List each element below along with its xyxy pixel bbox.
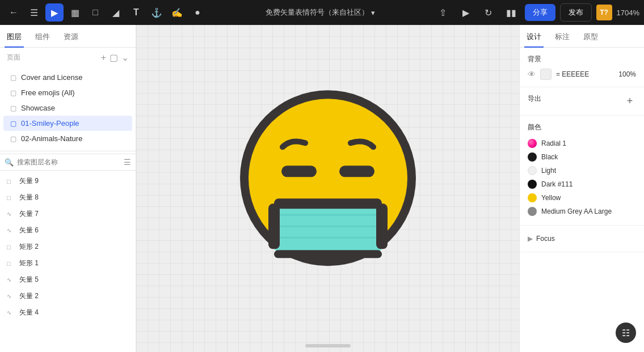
layer-item-vec9[interactable]: □ 矢量 9 — [0, 173, 136, 189]
search-bar: 🔍 ☰ — [0, 154, 136, 171]
colors-title: 颜色 — [528, 122, 636, 132]
upload-button[interactable]: ⇧ — [434, 3, 452, 22]
layer-item-vec5[interactable]: ∿ 矢量 5 — [0, 272, 136, 288]
focus-label: Focus — [536, 235, 555, 243]
zoom-level[interactable]: 1704% — [617, 9, 639, 17]
svg-rect-4 — [274, 201, 382, 255]
color-name-dark111: Dark #111 — [541, 180, 573, 188]
tab-layers[interactable]: 图层 — [5, 27, 24, 48]
toolbar: ← ☰ ▶ ▦ □ ◢ T ⚓ ✍ ● 免费矢量表情符号（来自社区） ▾ ⇧ ▶… — [0, 0, 644, 25]
rect-tool[interactable]: □ — [86, 3, 104, 22]
avatar: T? — [596, 5, 612, 20]
layer-item-rect1[interactable]: □ 矩形 1 — [0, 255, 136, 272]
right-tabs: 设计 标注 原型 — [520, 25, 644, 48]
svg-rect-2 — [281, 166, 317, 177]
canvas-scrollbar[interactable] — [305, 344, 351, 347]
layer-type-icon: ∿ — [7, 277, 15, 283]
add-export-button[interactable]: + — [624, 95, 636, 108]
layer-list: □ 矢量 9 □ 矢量 8 ∿ 矢量 7 ∿ 矢量 6 □ 矩形 2 □ 矩形 … — [0, 171, 136, 352]
export-title: 导出 — [528, 94, 541, 104]
layer-item-vec4[interactable]: ∿ 矢量 4 — [0, 304, 136, 321]
comment-tool[interactable]: ● — [188, 3, 207, 22]
layer-type-icon: □ — [7, 178, 15, 185]
bg-color-swatch[interactable] — [540, 69, 552, 80]
hand-tool[interactable]: ✍ — [168, 3, 186, 22]
svg-rect-5 — [268, 203, 280, 249]
export-section: 导出 + — [520, 87, 644, 116]
frame-tool[interactable]: ▦ — [66, 3, 84, 22]
colors-section: 颜色 Radial 1 Black Light Dark #111 — [520, 116, 644, 226]
canvas[interactable] — [136, 25, 519, 352]
page-item-cover[interactable]: ▢ Cover and License — [3, 70, 132, 85]
page-options-button[interactable]: ▢ — [110, 52, 118, 63]
layer-item-vec6[interactable]: ∿ 矢量 6 — [0, 222, 136, 239]
page-item-free-emojis[interactable]: ▢ Free emojis (All) — [3, 85, 132, 100]
focus-section: ▶ Focus — [520, 226, 644, 252]
tab-mark[interactable]: 标注 — [553, 27, 572, 48]
visibility-toggle[interactable]: 👁 — [528, 70, 536, 79]
tab-prototype[interactable]: 原型 — [581, 27, 600, 48]
background-title: 背景 — [528, 54, 636, 64]
bg-color-value[interactable]: = EEEEEE — [556, 70, 614, 78]
help-icon: ☷ — [622, 328, 630, 338]
publish-button[interactable]: 发布 — [560, 3, 592, 22]
right-panel: 设计 标注 原型 背景 👁 = EEEEEE 100% 导出 + 颜色 — [519, 25, 644, 352]
layer-item-vec8[interactable]: □ 矢量 8 — [0, 189, 136, 206]
color-name-black: Black — [541, 153, 558, 161]
left-panel: 图层 组件 资源 页面 + ▢ ⌄ ▢ Cover and License ▢ … — [0, 25, 136, 352]
bg-opacity-value: 100% — [618, 70, 636, 78]
color-entry-radial1[interactable]: Radial 1 — [528, 137, 636, 150]
section-title: 页面 — [7, 53, 20, 62]
file-title: 免费矢量表情符号（来自社区） ▾ — [209, 7, 432, 18]
page-icon: ▢ — [10, 135, 16, 143]
tab-components[interactable]: 组件 — [33, 27, 52, 48]
layer-type-icon: □ — [7, 244, 15, 251]
add-page-button[interactable]: + — [101, 53, 106, 63]
search-input[interactable] — [17, 158, 120, 166]
page-item-02-animals[interactable]: ▢ 02-Animals-Nature — [3, 131, 132, 146]
canvas-content — [231, 82, 424, 276]
page-icon: ▢ — [10, 74, 16, 82]
filter-icon[interactable]: ☰ — [124, 158, 131, 167]
expand-button[interactable]: ⌄ — [121, 52, 129, 63]
export-row: 导出 + — [528, 94, 636, 108]
page-item-showcase[interactable]: ▢ Showcase — [3, 100, 132, 116]
layer-type-icon: ∿ — [7, 211, 15, 217]
refresh-button[interactable]: ↻ — [479, 3, 498, 22]
share-button[interactable]: 分享 — [525, 4, 555, 21]
menu-button[interactable]: ☰ — [25, 3, 43, 22]
layer-type-icon: □ — [7, 194, 15, 201]
focus-entry[interactable]: ▶ Focus — [528, 232, 636, 245]
color-name-yellow: Yellow — [541, 194, 561, 202]
color-entry-black[interactable]: Black — [528, 150, 636, 164]
anchor-tool[interactable]: ⚓ — [148, 3, 166, 22]
page-icon: ▢ — [10, 104, 16, 112]
page-icon: ▢ — [10, 89, 16, 97]
text-tool[interactable]: T — [127, 3, 145, 22]
emoji-illustration — [231, 82, 424, 274]
color-entry-medgrey[interactable]: Medium Grey AA Large — [528, 205, 636, 218]
play-button[interactable]: ▶ — [457, 3, 475, 22]
page-item-01-smiley[interactable]: ▢ 01-Smiley-People — [3, 116, 132, 131]
more-options-button[interactable]: ▮▮ — [502, 3, 520, 22]
color-name-radial1: Radial 1 — [541, 139, 566, 147]
color-entry-yellow[interactable]: Yellow — [528, 191, 636, 205]
layer-item-vec2[interactable]: ∿ 矢量 2 — [0, 288, 136, 304]
divider — [0, 151, 136, 151]
chevron-right-icon: ▶ — [528, 235, 533, 243]
pen-tool[interactable]: ◢ — [107, 3, 125, 22]
layer-item-vec7[interactable]: ∿ 矢量 7 — [0, 206, 136, 222]
tab-assets[interactable]: 资源 — [61, 27, 81, 48]
back-button[interactable]: ← — [5, 3, 23, 22]
color-entry-light[interactable]: Light — [528, 164, 636, 177]
color-dot-dark111 — [528, 180, 537, 189]
help-button[interactable]: ☷ — [616, 323, 636, 343]
layer-item-rect2[interactable]: □ 矩形 2 — [0, 239, 136, 255]
tab-design[interactable]: 设计 — [524, 27, 544, 48]
color-entry-dark111[interactable]: Dark #111 — [528, 177, 636, 191]
select-tool[interactable]: ▶ — [45, 3, 64, 22]
page-icon: ▢ — [10, 120, 16, 128]
svg-rect-7 — [274, 198, 382, 209]
bg-row: 👁 = EEEEEE 100% — [528, 69, 636, 80]
pages-section: 页面 + ▢ ⌄ — [0, 48, 136, 67]
